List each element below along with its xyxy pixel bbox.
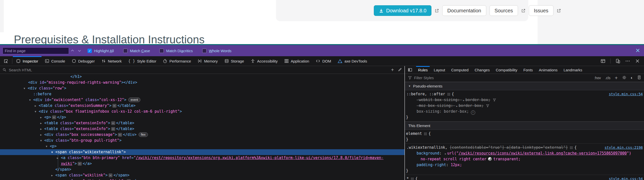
markup-row[interactable]: ▶<table class="extensionSummary">⋯</tabl…: [0, 103, 405, 109]
collapse-arrow-icon[interactable]: ▼: [51, 149, 53, 155]
highlight-selector-icon[interactable]: [424, 132, 427, 135]
tab-memory[interactable]: Memory: [194, 56, 221, 66]
filter-styles-placeholder[interactable]: Filter Styles: [414, 76, 434, 80]
checkbox-unchecked[interactable]: [202, 49, 207, 53]
markup-row[interactable]: ▼<div class="box floatinginfobox col-xs-…: [0, 109, 405, 114]
tab-accessibility[interactable]: Accessibility: [247, 56, 281, 66]
checkbox-checked[interactable]: ✓: [88, 49, 92, 53]
markup-row[interactable]: ▶<span class="wikiexternallink">⋯</span>: [0, 178, 405, 180]
inline-ellipsis[interactable]: ⋯: [78, 162, 82, 166]
expand-arrow-icon[interactable]: ▶: [51, 172, 53, 178]
inline-ellipsis[interactable]: ⋯: [112, 104, 116, 108]
event-badge[interactable]: event: [128, 98, 140, 102]
overridden-filter-icon[interactable]: [493, 98, 496, 103]
collapse-arrow-icon[interactable]: ▼: [408, 85, 411, 87]
class-toggle[interactable]: .cls: [605, 76, 610, 80]
collapse-arrow-icon[interactable]: ▼: [24, 85, 25, 91]
sidebar-tab-layout[interactable]: Layout: [431, 66, 448, 74]
markup-row[interactable]: ▶<table class="extensionInfo">⋯</table>: [0, 120, 405, 126]
sidebar-tab-changes[interactable]: Changes: [472, 66, 493, 74]
markup-row[interactable]: <div id="missing-required-rights-warning…: [0, 80, 405, 85]
checkbox-unchecked[interactable]: [123, 49, 128, 53]
css-rule-row[interactable]: }: [405, 137, 644, 142]
collapse-arrow-icon[interactable]: ▼: [46, 143, 47, 149]
inline-ellipsis[interactable]: ⋯: [111, 121, 115, 125]
tab-storage[interactable]: Storage: [221, 56, 248, 66]
expand-value-icon[interactable]: ▶: [445, 153, 446, 155]
pick-element-icon[interactable]: [0, 56, 12, 66]
more-icon[interactable]: [625, 58, 630, 64]
expand-arrow-icon[interactable]: ▶: [35, 103, 36, 109]
css-rule-row[interactable]: no-repeat scroll right centertransparent…: [405, 156, 644, 162]
color-swatch[interactable]: [488, 157, 492, 161]
dock-side-icon[interactable]: [600, 58, 606, 64]
find-toggle-a0[interactable]: ✓Highlight All: [88, 49, 114, 53]
eyedropper-icon[interactable]: [398, 68, 402, 72]
find-previous-button[interactable]: [69, 47, 76, 54]
sources-button[interactable]: Sources: [490, 5, 518, 16]
tab-dom[interactable]: DOM: [312, 56, 334, 66]
search-html-placeholder[interactable]: Search HTML: [9, 68, 32, 72]
css-rule-row[interactable]: -moz-box-sizing: ▶border-box;: [405, 103, 644, 109]
css-rule-row[interactable]: *{style.min.css:54: [405, 176, 644, 180]
overridden-filter-icon[interactable]: [486, 103, 489, 109]
pseudo-class-toggle[interactable]: :hov: [594, 76, 601, 80]
find-toggle-c1[interactable]: Match Case: [123, 49, 150, 53]
markup-row[interactable]: xwiki">⋯</a>: [0, 161, 405, 167]
find-next-button[interactable]: [76, 47, 83, 54]
stylesheet-link[interactable]: style.min.css:54: [609, 91, 643, 97]
collapse-arrow-icon[interactable]: ▼: [40, 138, 42, 143]
collapse-arrow-icon[interactable]: ▼: [29, 97, 31, 103]
light-theme-icon[interactable]: [622, 75, 626, 80]
tab-debugger[interactable]: Debugger: [68, 56, 98, 66]
highlight-selector-icon[interactable]: [570, 146, 573, 149]
markup-row[interactable]: ▼<div class="row">: [0, 85, 405, 91]
collapse-arrow-icon[interactable]: ▼: [35, 109, 36, 114]
documentation-button[interactable]: Documentation: [442, 5, 486, 16]
find-input[interactable]: [3, 47, 69, 54]
markup-row[interactable]: ▶<div class="box successmessage">⋯</div>…: [0, 132, 405, 138]
close-icon[interactable]: [635, 58, 640, 64]
expand-arrow-icon[interactable]: ▶: [51, 178, 53, 180]
markup-row-selected[interactable]: ▼<span class="wikiexternallink">: [0, 149, 405, 155]
find-toggle-a2[interactable]: Match Diacritics: [159, 49, 193, 53]
add-node-icon[interactable]: +: [391, 68, 394, 72]
inline-ellipsis[interactable]: ⋯: [111, 127, 115, 131]
print-simulation-icon[interactable]: [637, 75, 641, 80]
stylesheet-link[interactable]: style.min.css:54: [609, 176, 643, 180]
markup-row[interactable]: ▼<div class="btn-group pull-right">: [0, 138, 405, 143]
css-rule-row[interactable]: .wikiexternallink, [contenteditable="tru…: [405, 145, 644, 151]
markup-row[interactable]: </h1>: [0, 74, 405, 80]
rules-section-header[interactable]: This Element: [405, 122, 644, 130]
sidebar-tab-computed[interactable]: Computed: [448, 66, 471, 74]
checkbox-unchecked[interactable]: [159, 49, 164, 53]
inline-ellipsis[interactable]: ⋯: [118, 133, 122, 137]
markup-row[interactable]: ▼<p>: [0, 143, 405, 149]
tab-console[interactable]: Console: [42, 56, 68, 66]
expand-value-icon[interactable]: ▶: [456, 105, 458, 107]
css-rule-row[interactable]: -webkit-box-sizing: ▶border-box;: [405, 97, 644, 103]
flex-badge[interactable]: flex: [139, 132, 148, 137]
css-rule-row[interactable]: element{: [405, 131, 644, 137]
markup-row[interactable]: ::before: [0, 91, 405, 97]
expand-arrow-icon[interactable]: ▶: [40, 126, 42, 132]
issues-button[interactable]: Issues: [529, 5, 553, 16]
close-icon[interactable]: ×: [635, 46, 640, 55]
markup-row[interactable]: ▶<p>⋯</p>: [0, 114, 405, 120]
markup-row[interactable]: ▼<div id="xwikicontent" class="col-xs-12…: [0, 97, 405, 103]
tab-style-editor[interactable]: { }Style Editor: [125, 56, 160, 66]
download-button[interactable]: Download v17.8.0: [374, 5, 431, 16]
markup-row[interactable]: ▶<table class="extensionInfo">⋯</table>: [0, 126, 405, 132]
color-scheme-icon[interactable]: ◐: [631, 75, 633, 80]
tab-network[interactable]: Network: [98, 56, 125, 66]
rules-section-header[interactable]: ▼Pseudo-elements: [405, 82, 644, 90]
sidebar-tab-animations[interactable]: Animations: [536, 66, 560, 74]
sidebar-tab-compatibility[interactable]: Compatibility: [493, 66, 520, 74]
markup-row[interactable]: ▶<a class="btn btn-primary" href="/xwiki…: [0, 155, 405, 161]
tab-performance[interactable]: Performance: [159, 56, 194, 66]
highlight-selector-icon[interactable]: [411, 177, 414, 180]
stylesheet-link[interactable]: style.min.css:2198: [605, 145, 643, 151]
css-rule-row[interactable]: }: [405, 168, 644, 174]
inline-ellipsis[interactable]: ⋯: [52, 115, 56, 119]
sidebar-tab-landmarks[interactable]: Landmarks: [560, 66, 585, 74]
